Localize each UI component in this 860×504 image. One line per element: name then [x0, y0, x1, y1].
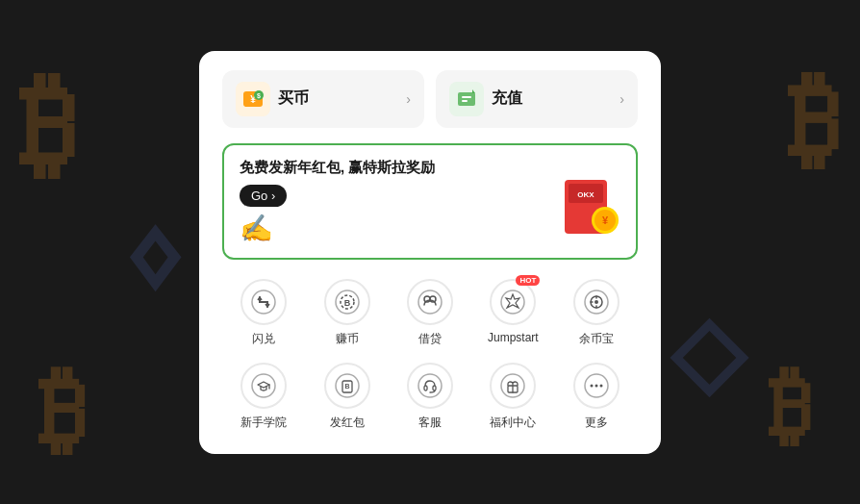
- savings-label: 余币宝: [579, 331, 614, 347]
- recharge-icon: [449, 82, 484, 116]
- svg-text:¥: ¥: [602, 214, 609, 226]
- red-packet-label: 发红包: [330, 415, 365, 431]
- hot-badge: HOT: [516, 275, 540, 286]
- svg-point-35: [594, 384, 597, 387]
- recharge-label: 充值: [492, 88, 522, 109]
- support-icon: [407, 363, 453, 409]
- svg-point-28: [418, 374, 442, 397]
- svg-rect-6: [462, 100, 468, 102]
- academy-label: 新手学院: [240, 415, 287, 431]
- buy-coin-left: ¥ $ 买币: [236, 82, 309, 116]
- svg-rect-4: [458, 92, 475, 106]
- banner-content: 免费发新年红包, 赢特斯拉奖励 Go › ✍: [240, 159, 435, 244]
- grid-section: 闪兑 B 赚币: [222, 279, 638, 431]
- buy-coin-label: 买币: [278, 88, 309, 109]
- support-label: 客服: [418, 415, 442, 431]
- cursor-icon: ✍: [240, 214, 273, 243]
- welfare-label: 福利中心: [490, 415, 536, 431]
- recharge-button[interactable]: 充值 ›: [436, 70, 638, 128]
- grid-item-support[interactable]: 客服: [395, 363, 465, 431]
- svg-text:$: $: [257, 92, 261, 100]
- grid-item-flash-exchange[interactable]: 闪兑: [229, 279, 298, 347]
- flash-exchange-label: 闪兑: [252, 331, 275, 347]
- svg-rect-5: [462, 96, 471, 98]
- svg-rect-30: [433, 386, 436, 391]
- grid-item-red-packet[interactable]: B 发红包: [313, 363, 382, 431]
- flash-exchange-icon: [240, 279, 287, 325]
- buy-coin-chevron: ›: [406, 91, 411, 107]
- svg-text:B: B: [343, 298, 350, 308]
- banner[interactable]: 免费发新年红包, 赢特斯拉奖励 Go › ✍ OKX ¥: [222, 143, 638, 260]
- svg-text:B: B: [344, 383, 349, 390]
- svg-point-17: [418, 290, 442, 314]
- grid-item-loan[interactable]: 借贷: [395, 279, 465, 347]
- svg-point-36: [599, 384, 602, 387]
- svg-text:OKX: OKX: [577, 190, 594, 199]
- welfare-icon: [490, 363, 536, 409]
- loan-label: 借贷: [418, 331, 442, 347]
- grid-row-2: 新手学院 B 发红包: [222, 363, 638, 431]
- svg-rect-29: [424, 386, 427, 391]
- grid-row-1: 闪兑 B 赚币: [222, 279, 638, 347]
- more-icon: [573, 363, 620, 409]
- svg-point-34: [590, 384, 593, 387]
- grid-item-more[interactable]: 更多: [562, 363, 631, 431]
- red-packet-icon: B: [324, 363, 370, 409]
- buy-coin-icon: ¥ $: [236, 82, 270, 116]
- banner-image: OKX ¥: [559, 170, 620, 232]
- top-row: ¥ $ 买币 › 充值: [222, 70, 638, 128]
- cursor-area: ✍: [240, 213, 435, 244]
- grid-item-jumpstart[interactable]: HOT Jumpstart: [478, 279, 547, 347]
- jumpstart-label: Jumpstart: [488, 331, 539, 344]
- recharge-left: 充值: [449, 82, 522, 116]
- main-card: ¥ $ 买币 › 充值: [199, 51, 661, 454]
- grid-item-academy[interactable]: 新手学院: [229, 363, 298, 431]
- banner-text: 免费发新年红包, 赢特斯拉奖励: [240, 159, 435, 177]
- grid-item-savings[interactable]: 余币宝: [562, 279, 631, 347]
- recharge-chevron: ›: [620, 91, 624, 107]
- svg-point-24: [252, 374, 275, 397]
- earn-coin-label: 赚币: [336, 331, 359, 347]
- buy-coin-button[interactable]: ¥ $ 买币 ›: [222, 70, 424, 128]
- savings-icon: [573, 279, 620, 325]
- earn-coin-icon: B: [324, 279, 370, 325]
- svg-point-23: [594, 300, 598, 304]
- more-label: 更多: [585, 415, 608, 431]
- go-button[interactable]: Go ›: [240, 185, 287, 207]
- academy-icon: [240, 363, 287, 409]
- loan-icon: [407, 279, 453, 325]
- grid-item-welfare[interactable]: 福利中心: [478, 363, 547, 431]
- grid-item-earn-coin[interactable]: B 赚币: [313, 279, 382, 347]
- jumpstart-icon: HOT: [490, 279, 536, 325]
